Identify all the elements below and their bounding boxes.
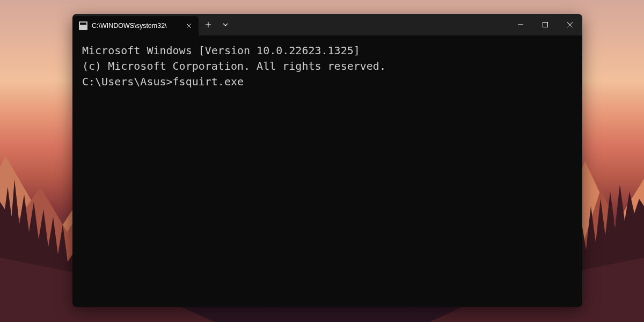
close-icon — [186, 23, 192, 28]
window-controls — [508, 14, 582, 35]
terminal-output-line: (c) Microsoft Corporation. All rights re… — [82, 58, 573, 74]
terminal-window: C:\WINDOWS\system32\ Microsoft Windows [… — [72, 14, 582, 307]
close-button[interactable] — [558, 14, 582, 35]
titlebar-drag-region[interactable] — [233, 14, 508, 35]
chevron-down-icon — [223, 23, 228, 26]
terminal-icon — [79, 21, 87, 30]
titlebar[interactable]: C:\WINDOWS\system32\ — [72, 14, 582, 35]
terminal-tab[interactable]: C:\WINDOWS\system32\ — [72, 16, 199, 35]
tab-dropdown-button[interactable] — [218, 14, 233, 35]
terminal-output-line: Microsoft Windows [Version 10.0.22623.13… — [82, 43, 573, 58]
terminal-prompt: C:\Users\Asus> — [82, 75, 173, 88]
maximize-button[interactable] — [533, 14, 558, 35]
terminal-command: fsquirt.exe — [173, 75, 244, 88]
plus-icon — [205, 21, 211, 28]
close-icon — [567, 22, 573, 27]
terminal-body[interactable]: Microsoft Windows [Version 10.0.22623.13… — [72, 35, 582, 307]
tab-title: C:\WINDOWS\system32\ — [92, 22, 180, 30]
maximize-icon — [543, 22, 548, 27]
svg-rect-0 — [543, 23, 548, 27]
minimize-icon — [518, 22, 523, 27]
minimize-button[interactable] — [508, 14, 533, 35]
terminal-prompt-line: C:\Users\Asus>fsquirt.exe — [82, 74, 573, 90]
new-tab-button[interactable] — [199, 14, 218, 35]
tab-close-button[interactable] — [185, 21, 193, 30]
